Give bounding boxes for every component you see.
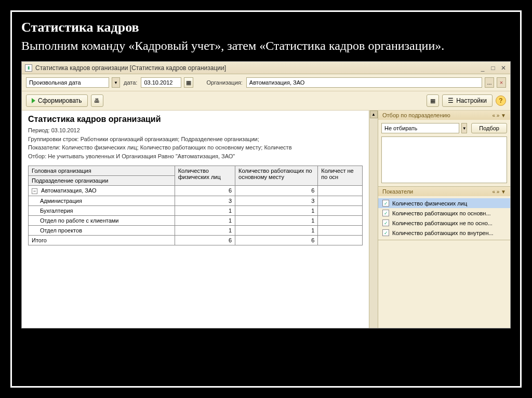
total-c3 bbox=[318, 236, 363, 245]
dept-list[interactable] bbox=[381, 136, 507, 183]
minimize-button[interactable]: _ bbox=[479, 64, 486, 72]
app-window: ▮ Статистика кадров организации [Статист… bbox=[21, 61, 511, 328]
col-header-dept: Подразделение организации bbox=[29, 176, 175, 186]
indicator-item[interactable]: ✓Количество работающих по основн... bbox=[378, 208, 510, 218]
indicator-label: Количество работающих не по осно... bbox=[392, 220, 493, 226]
col-header-persons: Количество физических лиц bbox=[175, 166, 235, 186]
slide-subtitle: Выполним команду «Кадровый учет», затем … bbox=[21, 36, 511, 55]
calendar-icon[interactable]: ▦ bbox=[184, 77, 193, 88]
help-icon[interactable]: ? bbox=[496, 95, 506, 106]
col-header-notmain: Количест не по осн bbox=[318, 166, 363, 186]
panel-nav-icons[interactable]: « » ▼ bbox=[492, 113, 506, 118]
scroll-up-icon[interactable]: ▲ bbox=[370, 111, 378, 118]
panel-nav-icons-2[interactable]: « » ▼ bbox=[492, 189, 506, 195]
period-dropdown-button[interactable]: ▼ bbox=[112, 77, 120, 88]
chart-icon: ▮ bbox=[25, 64, 32, 72]
indicator-label: Количество работающих по основн... bbox=[392, 210, 491, 216]
date-label: дата: bbox=[124, 79, 137, 86]
settings-label: Настройки bbox=[456, 97, 487, 104]
settings-button[interactable]: ☰ Настройки bbox=[442, 94, 493, 107]
maximize-button[interactable]: □ bbox=[489, 64, 497, 72]
dept-filter-dropdown[interactable]: ▼ bbox=[461, 123, 467, 133]
table-row[interactable]: − Автоматизация, ЗАО66 bbox=[29, 186, 363, 196]
close-button[interactable]: ✕ bbox=[500, 64, 507, 72]
grid-icon[interactable]: ▦ bbox=[427, 94, 439, 107]
report-pane: Статистика кадров организаций Период: 03… bbox=[22, 111, 369, 328]
indicator-list: ✓Количество физических лиц✓Количество ра… bbox=[378, 196, 510, 240]
checkbox-icon[interactable]: ✓ bbox=[382, 229, 389, 236]
slide-title: Статистика кадров bbox=[21, 20, 511, 35]
table-row[interactable]: Отдел проектов11 bbox=[29, 226, 363, 236]
print-icon[interactable]: 🖶 bbox=[91, 94, 103, 107]
form-button[interactable]: Сформировать bbox=[26, 94, 88, 107]
toolbar: Сформировать 🖶 ▦ ☰ Настройки ? bbox=[22, 91, 510, 111]
date-input[interactable] bbox=[141, 77, 181, 88]
selection-button[interactable]: Подбор bbox=[471, 123, 507, 133]
indicator-label: Количество работающих по внутрен... bbox=[392, 230, 494, 236]
checkbox-icon[interactable]: ✓ bbox=[382, 200, 389, 207]
dept-filter-mode[interactable] bbox=[381, 123, 459, 133]
report-table: Головная организация Количество физическ… bbox=[28, 166, 363, 245]
indicator-label: Количество физических лиц bbox=[392, 200, 467, 207]
org-label: Организация: bbox=[206, 79, 242, 86]
total-label: Итого bbox=[29, 236, 175, 245]
table-row[interactable]: Отдел по работе с клиентами11 bbox=[29, 216, 363, 226]
org-lookup-button[interactable]: ... bbox=[485, 77, 494, 88]
panel-dept-header: Отбор по подразделению « » ▼ bbox=[378, 111, 510, 120]
collapse-icon[interactable]: − bbox=[32, 188, 37, 194]
col-header-org: Головная организация bbox=[29, 166, 175, 176]
window-title: Статистика кадров организации [Статистик… bbox=[35, 64, 479, 72]
total-c1: 6 bbox=[175, 236, 235, 245]
panel-indicators-header: Показатели « » ▼ bbox=[378, 187, 510, 196]
titlebar: ▮ Статистика кадров организации [Статист… bbox=[22, 62, 510, 74]
checkbox-icon[interactable]: ✓ bbox=[382, 210, 389, 216]
period-mode-select[interactable] bbox=[26, 77, 109, 88]
play-icon bbox=[32, 98, 35, 103]
side-pane: Отбор по подразделению « » ▼ ▼ Подбор bbox=[378, 111, 510, 328]
indicator-item[interactable]: ✓Количество работающих по внутрен... bbox=[378, 228, 510, 238]
indicator-item[interactable]: ✓Количество работающих не по осно... bbox=[378, 218, 510, 228]
table-row[interactable]: Бухгалтерия11 bbox=[29, 206, 363, 216]
form-button-label: Сформировать bbox=[38, 97, 82, 104]
checkbox-icon[interactable]: ✓ bbox=[382, 219, 389, 226]
indicator-item[interactable]: ✓Количество физических лиц bbox=[378, 198, 510, 208]
org-input[interactable] bbox=[246, 77, 482, 88]
scrollbar[interactable]: ▲ bbox=[369, 111, 378, 328]
total-c2: 6 bbox=[235, 236, 318, 245]
settings-icon: ☰ bbox=[448, 97, 454, 104]
org-clear-button[interactable]: × bbox=[497, 77, 506, 88]
report-meta: Период: 03.10.2012 Группировки строк: Ра… bbox=[28, 126, 363, 160]
col-header-main: Количество работающих по основному месту bbox=[235, 166, 318, 186]
table-row[interactable]: Администрация33 bbox=[29, 196, 363, 206]
report-title: Статистика кадров организаций bbox=[28, 115, 363, 124]
filter-bar: ▼ дата: ▦ Организация: ... × bbox=[22, 74, 510, 91]
